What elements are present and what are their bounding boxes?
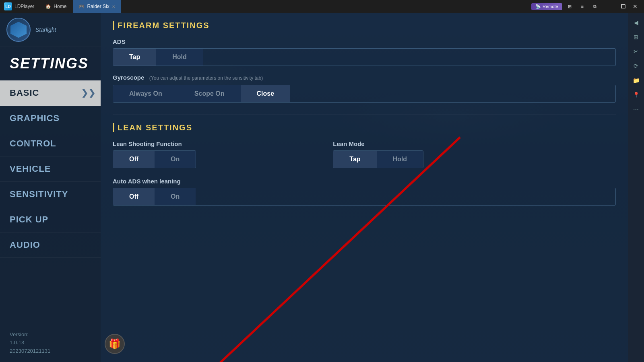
ads-tap-btn[interactable]: Tap [113, 49, 156, 66]
tab-raider-label: Raider Six [87, 4, 109, 9]
ldplayer-icon: LD [4, 2, 12, 10]
gyroscope-sublabel: (You can adjust the parameters on the se… [149, 75, 263, 81]
titlebar-btn-1[interactable]: ⊞ [564, 3, 576, 10]
close-button[interactable]: ✕ [630, 1, 641, 12]
sidebar-folder-icon[interactable]: 📁 [630, 74, 642, 87]
sidebar-collapse-icon[interactable]: ◀ [630, 16, 642, 29]
sidebar-rotate-icon[interactable]: ⟳ [630, 60, 642, 72]
sidebar-scissors-icon[interactable]: ✂ [630, 45, 642, 58]
ads-setting: ADS Tap Hold [113, 38, 616, 66]
settings-title-area: SETTINGS [0, 47, 101, 80]
lean-shooting-setting: Lean Shooting Function Off On [113, 140, 196, 168]
titlebar-btn-2[interactable]: ≡ [577, 3, 588, 10]
version-label: Version: [10, 331, 91, 339]
content-area: FIREARM SETTINGS ADS Tap Hold Gyroscope … [101, 13, 628, 362]
nav-vehicle-label: VEHICLE [10, 164, 51, 174]
titlebar: LD LDPlayer 🏠 Home 🎮 Raider Six ✕ 📡 Remo… [0, 0, 644, 13]
lean-mode-btn-group: Tap Hold [333, 150, 423, 168]
auto-ads-on-btn[interactable]: On [155, 188, 196, 205]
gyroscope-label-area: Gyroscope (You can adjust the parameters… [113, 74, 616, 82]
lean-shooting-label: Lean Shooting Function [113, 140, 196, 147]
left-nav: Starlight SETTINGS BASIC GRAPHICS CONTRO… [0, 13, 101, 362]
gyroscope-label: Gyroscope [113, 74, 144, 81]
section-bar-firearm [113, 21, 114, 30]
home-icon: 🏠 [45, 4, 51, 9]
lean-mode-setting: Lean Mode Tap Hold [333, 140, 423, 168]
lean-section-header: LEAN SETTINGS [113, 123, 616, 132]
lean-mode-label: Lean Mode [333, 140, 423, 147]
game-area: Starlight SETTINGS BASIC GRAPHICS CONTRO… [0, 13, 644, 362]
ads-label: ADS [113, 38, 616, 45]
logo-circle [6, 18, 31, 42]
firearm-section-header: FIREARM SETTINGS [113, 21, 616, 30]
nav-vehicle[interactable]: VEHICLE [0, 156, 101, 182]
right-sidebar: ◀ ⊞ ✂ ⟳ 📁 📍 ⋯ [628, 13, 644, 362]
minimize-button[interactable]: — [605, 1, 617, 12]
tab-close-icon[interactable]: ✕ [112, 4, 115, 9]
nav-graphics[interactable]: GRAPHICS [0, 106, 101, 131]
remote-button[interactable]: 📡 Remote [531, 3, 562, 10]
gift-button[interactable]: 🎁 [105, 334, 125, 354]
logo-area: Starlight [0, 13, 101, 47]
tab-home[interactable]: 🏠 Home [40, 0, 72, 13]
gyroscope-scope-on-btn[interactable]: Scope On [178, 85, 241, 102]
gyroscope-setting: Gyroscope (You can adjust the parameters… [113, 74, 616, 103]
main-container: Starlight SETTINGS BASIC GRAPHICS CONTRO… [0, 13, 644, 362]
gyroscope-always-on-btn[interactable]: Always On [113, 85, 178, 102]
ads-hold-btn[interactable]: Hold [156, 49, 203, 66]
sidebar-location-icon[interactable]: 📍 [630, 88, 642, 101]
lean-section: LEAN SETTINGS Lean Shooting Function Off… [113, 123, 616, 206]
firearm-section-title: FIREARM SETTINGS [118, 21, 210, 30]
tab-raider-six[interactable]: 🎮 Raider Six ✕ [73, 0, 120, 13]
game-icon: 🎮 [78, 4, 85, 9]
section-divider-1 [113, 115, 616, 115]
version-info: Version: 1.0.13 20230720121131 [0, 324, 101, 362]
nav-pickup-label: PICK UP [10, 214, 48, 225]
titlebar-right: 📡 Remote ⊞ ≡ ⧉ — ⧠ ✕ [531, 1, 644, 12]
nav-audio[interactable]: AUDIO [0, 232, 101, 258]
logo-shape [10, 22, 27, 38]
lean-shooting-on-btn[interactable]: On [155, 151, 196, 168]
titlebar-btn-3[interactable]: ⧉ [589, 3, 601, 10]
nav-sensitivity-label: SENSITIVITY [10, 189, 68, 200]
maximize-button[interactable]: ⧠ [617, 1, 629, 12]
sidebar-more-icon[interactable]: ⋯ [630, 103, 642, 116]
nav-pickup[interactable]: PICK UP [0, 207, 101, 232]
auto-ads-label: Auto ADS when leaning [113, 178, 616, 185]
remote-icon: 📡 [535, 4, 541, 9]
nav-graphics-label: GRAPHICS [10, 113, 60, 123]
lean-section-title: LEAN SETTINGS [118, 123, 192, 132]
version-build: 20230720121131 [10, 347, 91, 356]
lean-row-1: Lean Shooting Function Off On Lean Mode … [113, 140, 616, 168]
nav-control-label: CONTROL [10, 138, 56, 149]
nav-basic[interactable]: BASIC [0, 80, 101, 106]
lean-shooting-off-btn[interactable]: Off [113, 151, 155, 168]
window-controls: — ⧠ ✕ [605, 1, 641, 12]
ads-btn-group: Tap Hold [113, 48, 616, 66]
brand-name: Starlight [35, 27, 56, 33]
sidebar-grid-icon[interactable]: ⊞ [630, 31, 642, 43]
tab-home-label: Home [54, 4, 66, 9]
nav-audio-label: AUDIO [10, 240, 40, 250]
remote-label: Remote [543, 4, 558, 9]
app-logo: LD LDPlayer [0, 2, 38, 10]
lean-mode-tap-btn[interactable]: Tap [333, 151, 376, 168]
auto-ads-btn-group: Off On [113, 188, 616, 206]
lean-mode-hold-btn[interactable]: Hold [377, 151, 423, 168]
nav-basic-label: BASIC [10, 88, 39, 98]
nav-sensitivity[interactable]: SENSITIVITY [0, 182, 101, 207]
lean-shooting-btn-group: Off On [113, 150, 196, 168]
auto-ads-setting: Auto ADS when leaning Off On [113, 178, 616, 206]
settings-overlay: Starlight SETTINGS BASIC GRAPHICS CONTRO… [0, 13, 628, 362]
settings-title: SETTINGS [10, 55, 91, 72]
app-name: LDPlayer [14, 4, 34, 9]
firearm-section: FIREARM SETTINGS ADS Tap Hold Gyroscope … [113, 21, 616, 103]
auto-ads-off-btn[interactable]: Off [113, 188, 155, 205]
nav-control[interactable]: CONTROL [0, 131, 101, 156]
tab-bar: 🏠 Home 🎮 Raider Six ✕ [40, 0, 120, 13]
section-bar-lean [113, 123, 114, 132]
gyroscope-btn-group: Always On Scope On Close [113, 85, 616, 103]
version-number: 1.0.13 [10, 339, 91, 347]
gyroscope-close-btn[interactable]: Close [241, 85, 291, 102]
